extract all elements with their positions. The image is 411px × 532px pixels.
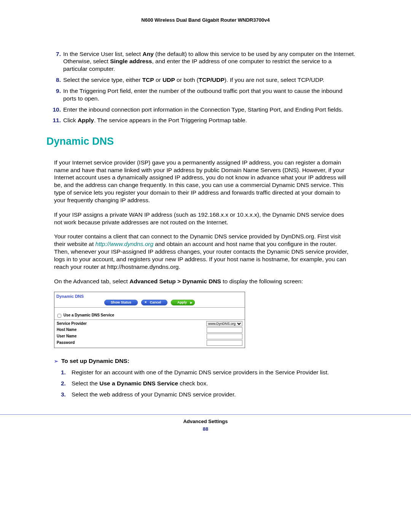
step-text: Select the Use a Dynamic DNS Service che… [72, 380, 208, 387]
setup-step-item: 2.Select the Use a Dynamic DNS Service c… [57, 380, 356, 387]
step-number: 1. [61, 369, 66, 376]
step-number: 8. [49, 76, 61, 84]
step-number: 9. [49, 87, 61, 95]
step-number: 10. [49, 106, 61, 113]
step-item: 9.In the Triggering Port field, enter th… [46, 87, 356, 102]
step-number: 11. [49, 117, 61, 124]
paragraph: If your Internet service provider (ISP) … [54, 159, 351, 204]
user-name-input[interactable] [207, 334, 242, 339]
step-item: 8.Select the service type, either TCP or… [46, 76, 356, 84]
show-status-button[interactable]: Show Status [104, 300, 138, 305]
use-ddns-checkbox[interactable] [57, 314, 61, 318]
footer-title: Advanced Settings [0, 419, 411, 425]
host-name-label: Host Name [57, 328, 76, 332]
section-heading-dynamic-dns: Dynamic DNS [46, 135, 356, 148]
setup-steps: 1.Register for an account with one of th… [57, 369, 356, 398]
procedure-title: To set up Dynamic DNS: [61, 358, 129, 364]
arrow-icon: ➢ [54, 358, 58, 364]
service-provider-label: Service Provider [57, 321, 87, 326]
step-text: In the Service User list, select Any (th… [63, 51, 355, 72]
step-number: 7. [49, 50, 61, 58]
step-text: Select the web address of your Dynamic D… [72, 391, 236, 398]
numbered-steps: 7.In the Service User list, select Any (… [46, 50, 356, 125]
page-number: 88 [0, 426, 411, 433]
cancel-button[interactable]: Cancel [141, 300, 168, 305]
step-text: Enter the inbound connection port inform… [63, 106, 343, 113]
paragraph: On the Advanced tab, select Advanced Set… [54, 278, 351, 285]
step-item: 10.Enter the inbound connection port inf… [46, 106, 356, 113]
step-number: 3. [61, 391, 66, 398]
ddns-screenshot-panel: Dynamic DNS Show Status Cancel Apply Use… [54, 292, 245, 348]
password-label: Password [57, 340, 75, 345]
paragraph: If your ISP assigns a private WAN IP add… [54, 211, 351, 226]
password-input[interactable] [207, 340, 242, 346]
page-footer: Advanced Settings 88 [0, 414, 411, 433]
step-text: Register for an account with one of the … [72, 369, 329, 375]
step-text: Select the service type, either TCP or U… [63, 77, 324, 83]
step-item: 7.In the Service User list, select Any (… [46, 50, 356, 73]
user-name-label: User Name [57, 334, 76, 339]
step-text: In the Triggering Port field, enter the … [63, 88, 342, 102]
setup-step-item: 3.Select the web address of your Dynamic… [57, 391, 356, 398]
step-number: 2. [61, 380, 66, 387]
service-provider-select[interactable]: www.DynDNS.org [206, 321, 242, 326]
paragraph: Your router contains a client that can c… [54, 233, 351, 270]
use-ddns-label: Use a Dynamic DNS Service [64, 313, 114, 317]
panel-title: Dynamic DNS [56, 294, 243, 299]
procedure-heading: ➢To set up Dynamic DNS: [54, 357, 356, 365]
step-item: 11.Click Apply. The service appears in t… [46, 117, 356, 124]
apply-button[interactable]: Apply [171, 300, 195, 305]
doc-header: N600 Wireless Dual Band Gigabit Router W… [0, 17, 411, 24]
dyndns-link[interactable]: http://www.dyndns.org [96, 241, 154, 247]
step-text: Click Apply. The service appears in the … [63, 117, 247, 123]
host-name-input[interactable] [207, 327, 242, 333]
setup-step-item: 1.Register for an account with one of th… [57, 369, 356, 376]
